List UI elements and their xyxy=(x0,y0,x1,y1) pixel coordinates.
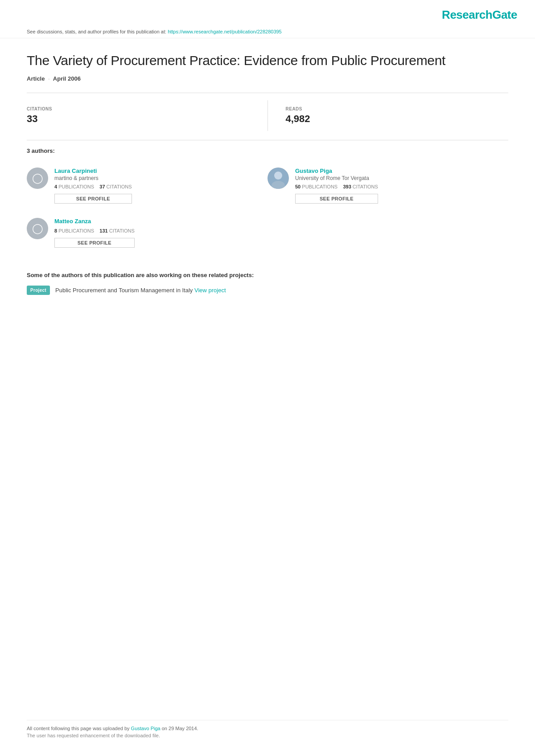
notice-bar: See discussions, stats, and author profi… xyxy=(0,26,535,38)
authors-divider xyxy=(27,140,508,140)
authors-header: 3 authors: xyxy=(27,147,508,154)
meta-separator: · xyxy=(48,75,50,82)
article-type: Article xyxy=(27,75,45,82)
author-info-0: Laura Carpineti martino & partners 4 PUB… xyxy=(54,168,132,204)
logo-text: ResearchGate xyxy=(442,8,517,21)
author-avatar-2: ◯ xyxy=(27,218,48,239)
author-name-1[interactable]: Gustavo Piga xyxy=(295,168,378,174)
logo: ResearchGate xyxy=(442,8,517,22)
see-profile-button-0[interactable]: SEE PROFILE xyxy=(54,194,132,204)
author-cite-count-2: 131 xyxy=(99,228,107,233)
author-pub-label-2: PUBLICATIONS xyxy=(58,228,94,233)
author-pub-label-0: PUBLICATIONS xyxy=(58,184,94,189)
avatar-placeholder-2: ◯ xyxy=(27,218,48,239)
footer-note: The user has requested enhancement of th… xyxy=(27,733,508,738)
article-date: April 2006 xyxy=(53,75,81,82)
author-stats-1: 50 PUBLICATIONS 393 CITATIONS xyxy=(295,184,378,189)
author-pub-count-1: 50 xyxy=(295,184,300,189)
avatar-placeholder-0: ◯ xyxy=(27,168,48,189)
user-icon-2: ◯ xyxy=(32,223,43,234)
user-icon-0: ◯ xyxy=(32,172,43,184)
author-card-2: ◯ Matteo Zanza 8 PUBLICATIONS 131 CITATI… xyxy=(27,212,268,257)
empty-grid-cell xyxy=(268,212,508,257)
project-text: Public Procurement and Tourism Managemen… xyxy=(55,287,226,294)
footer-upload-text: All content following this page was uplo… xyxy=(27,726,508,731)
related-section-title: Some of the authors of this publication … xyxy=(27,272,508,278)
svg-point-1 xyxy=(274,172,282,180)
project-row: Project Public Procurement and Tourism M… xyxy=(27,286,508,295)
author-cite-count-1: 393 xyxy=(343,184,351,189)
author-info-1: Gustavo Piga University of Rome Tor Verg… xyxy=(295,168,378,204)
author-pub-label-1: PUBLICATIONS xyxy=(302,184,337,189)
citations-label: CITATIONS xyxy=(27,106,250,111)
project-description: Public Procurement and Tourism Managemen… xyxy=(55,287,193,294)
author-info-2: Matteo Zanza 8 PUBLICATIONS 131 CITATION… xyxy=(54,218,135,248)
avatar-photo-1 xyxy=(268,168,289,189)
footer-upload-prefix: All content following this page was uplo… xyxy=(27,726,131,731)
main-content: The Variety of Procurement Practice: Evi… xyxy=(0,38,535,322)
see-profile-button-2[interactable]: SEE PROFILE xyxy=(54,238,135,248)
author-cite-label-1: CITATIONS xyxy=(353,184,378,189)
citations-block: CITATIONS 33 xyxy=(27,100,268,131)
author-name-0[interactable]: Laura Carpineti xyxy=(54,168,132,174)
stats-divider xyxy=(27,93,508,93)
author-name-2[interactable]: Matteo Zanza xyxy=(54,218,135,225)
reads-value: 4,982 xyxy=(286,113,509,125)
publication-link[interactable]: https://www.researchgate.net/publication… xyxy=(168,29,282,34)
view-project-link[interactable]: View project xyxy=(194,287,226,294)
notice-text: See discussions, stats, and author profi… xyxy=(27,29,168,34)
author-stats-2: 8 PUBLICATIONS 131 CITATIONS xyxy=(54,228,135,233)
author-pub-count-2: 8 xyxy=(54,228,57,233)
reads-block: READS 4,982 xyxy=(268,100,509,131)
footer-uploader-link[interactable]: Gustavo Piga xyxy=(131,726,160,731)
author-cite-label-0: CITATIONS xyxy=(107,184,132,189)
author-card-0: ◯ Laura Carpineti martino & partners 4 P… xyxy=(27,162,268,212)
footer-upload-date: on 29 May 2014. xyxy=(162,726,198,731)
citations-value: 33 xyxy=(27,113,250,125)
article-meta: Article · April 2006 xyxy=(27,75,508,82)
reads-label: READS xyxy=(286,106,509,111)
author-cite-count-0: 37 xyxy=(99,184,105,189)
footer: All content following this page was uplo… xyxy=(27,720,508,738)
author-avatar-0: ◯ xyxy=(27,168,48,189)
see-profile-button-1[interactable]: SEE PROFILE xyxy=(295,194,378,204)
stats-row: CITATIONS 33 READS 4,982 xyxy=(27,100,508,131)
author-affiliation-0: martino & partners xyxy=(54,175,132,181)
article-title: The Variety of Procurement Practice: Evi… xyxy=(27,52,508,69)
author-pub-count-0: 4 xyxy=(54,184,57,189)
author-stats-0: 4 PUBLICATIONS 37 CITATIONS xyxy=(54,184,132,189)
author-card-1: Gustavo Piga University of Rome Tor Verg… xyxy=(268,162,508,212)
related-section: Some of the authors of this publication … xyxy=(27,267,508,295)
header: ResearchGate xyxy=(0,0,535,26)
authors-grid: ◯ Laura Carpineti martino & partners 4 P… xyxy=(27,162,508,257)
project-badge: Project xyxy=(27,286,50,295)
author-cite-label-2: CITATIONS xyxy=(109,228,135,233)
author-avatar-1 xyxy=(268,168,289,189)
author-affiliation-1: University of Rome Tor Vergata xyxy=(295,175,378,181)
